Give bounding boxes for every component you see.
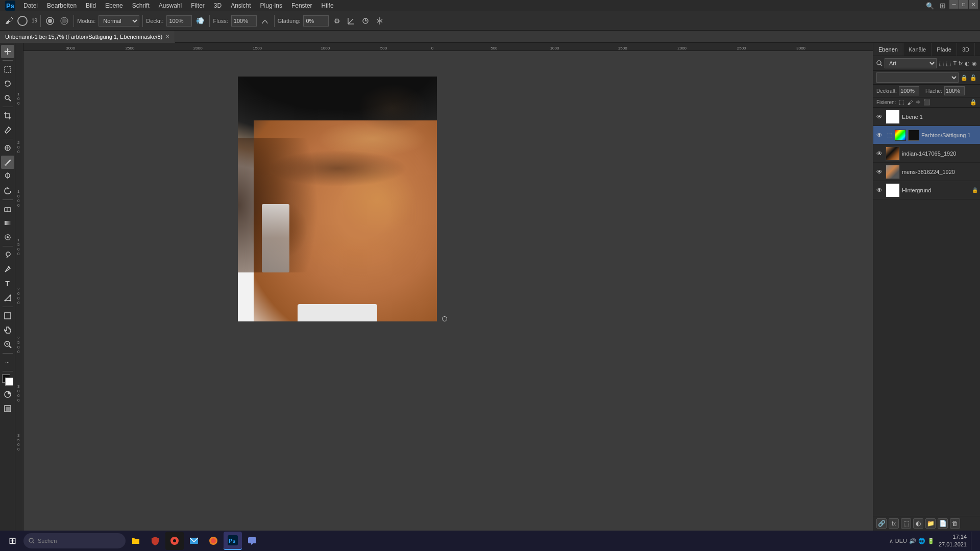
menu-auswahl[interactable]: Auswahl (155, 1, 186, 10)
taskbar-shield-app[interactable] (146, 532, 164, 550)
layers-filter-icon2[interactable]: ⬚ (946, 60, 951, 67)
menu-ansicht[interactable]: Ansicht (227, 1, 255, 10)
menu-bearbeiten[interactable]: Bearbeiten (43, 1, 81, 10)
tab-3d[interactable]: 3D (957, 43, 975, 56)
marquee-tool[interactable] (1, 63, 14, 76)
close-button[interactable]: ✕ (969, 0, 978, 9)
menu-bild[interactable]: Bild (82, 1, 100, 10)
canvas-area[interactable] (23, 51, 873, 531)
lock-icon2[interactable]: 🔓 (970, 74, 977, 81)
create-adjustment-button[interactable]: ◐ (913, 518, 923, 529)
eraser-tool[interactable] (1, 202, 14, 215)
systray-expand[interactable]: ∧ (889, 538, 893, 544)
minimize-button[interactable]: ─ (949, 0, 959, 9)
menu-datei[interactable]: Datei (19, 1, 42, 10)
maximize-button[interactable]: □ (959, 0, 968, 9)
menu-schrift[interactable]: Schrift (128, 1, 154, 10)
link-layers-button[interactable]: 🔗 (876, 518, 887, 529)
hand-tool[interactable] (1, 323, 14, 337)
layer-item-indian[interactable]: 👁 indian-1417065_1920 (873, 144, 980, 163)
menu-ebene[interactable]: Ebene (101, 1, 127, 10)
layer-visibility-ebene1[interactable]: 👁 (875, 113, 884, 121)
healing-tool[interactable] (1, 141, 14, 155)
quick-mask-button[interactable] (1, 388, 14, 401)
brush-hardness-icon[interactable] (44, 15, 56, 27)
symmetry-icon[interactable] (374, 15, 386, 27)
layer-item-ebene1[interactable]: 👁 Ebene 1 (873, 108, 980, 126)
tool-preset-icon[interactable]: 🖌 (3, 15, 15, 27)
layer-visibility-indian[interactable]: 👁 (875, 149, 884, 158)
arrange-icon[interactable]: ⊞ (937, 0, 949, 12)
menu-filter[interactable]: Filter (187, 1, 209, 10)
add-mask-button[interactable]: ⬚ (901, 518, 911, 529)
taskbar-browser-app[interactable] (204, 532, 223, 550)
taskbar-search-box[interactable]: Suchen (23, 533, 126, 548)
lock-all-icon[interactable]: 🔒 (970, 99, 977, 106)
layers-text-icon[interactable]: T (953, 60, 957, 66)
tab-kanale[interactable]: Kanäle (903, 43, 932, 56)
lasso-tool[interactable] (1, 77, 14, 90)
tab-ebenen[interactable]: Ebenen (873, 43, 903, 56)
menu-3d[interactable]: 3D (210, 1, 226, 10)
move-tool[interactable] (1, 45, 14, 58)
layer-visibility-huesat[interactable]: 👁 (875, 131, 884, 139)
dodge-tool[interactable] (1, 248, 14, 262)
lock-artboard-icon[interactable]: ⬛ (923, 99, 930, 106)
quick-select-tool[interactable] (1, 91, 14, 105)
layers-filter-icon4[interactable]: ◐ (965, 60, 970, 67)
angle-icon[interactable] (345, 15, 357, 27)
screen-mode-button[interactable] (1, 402, 14, 415)
layers-filter-toggle[interactable]: ◉ (972, 60, 977, 67)
add-style-button[interactable]: fx (889, 518, 899, 529)
systray-volume[interactable]: 🔊 (909, 538, 916, 544)
layers-filter-icon3[interactable]: fx (959, 61, 963, 66)
text-tool[interactable]: T (1, 277, 14, 290)
start-button[interactable]: ⊞ (2, 532, 22, 550)
menu-hilfe[interactable]: Hilfe (317, 1, 338, 10)
layer-visibility-hintergrund[interactable]: 👁 (875, 186, 884, 194)
brush-softness-icon[interactable] (58, 15, 70, 27)
pen-tool[interactable] (1, 263, 14, 276)
gradient-tool[interactable] (1, 216, 14, 230)
blur-tool[interactable] (1, 231, 14, 244)
create-group-button[interactable]: 📁 (925, 518, 936, 529)
glattung-input[interactable] (303, 15, 329, 27)
delete-layer-button[interactable]: 🗑 (950, 518, 960, 529)
brush-tool[interactable] (1, 156, 14, 169)
pressure-icon[interactable] (359, 15, 372, 27)
more-tools[interactable]: ··· (1, 356, 14, 369)
taskbar-mail-app[interactable] (185, 532, 203, 550)
taskbar-music-app[interactable] (165, 532, 184, 550)
taskbar-show-desktop[interactable] (971, 532, 974, 550)
layers-filter-icon1[interactable]: ⬚ (939, 60, 944, 67)
menu-fenster[interactable]: Fenster (287, 1, 316, 10)
tab-close-button[interactable]: ✕ (165, 34, 169, 39)
layer-item-huesat[interactable]: 👁 ⬚ Farbton/Sättigung 1 (873, 126, 980, 144)
flache-input[interactable] (944, 86, 965, 95)
lock-icon1[interactable]: 🔒 (961, 74, 968, 81)
path-select-tool[interactable] (1, 291, 14, 305)
color-chips[interactable] (1, 373, 14, 387)
layer-visibility-mens[interactable]: 👁 (875, 168, 884, 176)
document-tab[interactable]: Unbenannt-1 bei 15,7% (Farbton/Sättigung… (0, 31, 175, 43)
menu-plugins[interactable]: Plug-ins (256, 1, 286, 10)
crop-tool[interactable] (1, 109, 14, 122)
deckraft-input[interactable] (166, 15, 192, 27)
layer-blend-mode-select[interactable]: Normal (876, 72, 959, 83)
taskbar-photoshop-app[interactable]: Ps (224, 532, 242, 550)
eyedropper-tool[interactable] (1, 123, 14, 137)
lock-position-icon[interactable]: ✛ (916, 99, 920, 106)
modus-select[interactable]: Normal (99, 15, 139, 27)
tab-pfade[interactable]: Pfade (932, 43, 957, 56)
deckraft-airbrush-icon[interactable]: 💨 (194, 15, 206, 27)
clone-tool[interactable] (1, 170, 14, 183)
history-tool[interactable] (1, 184, 14, 197)
layer-item-hintergrund[interactable]: 👁 Hintergrund 🔒 (873, 181, 980, 199)
lock-image-icon[interactable]: 🖌 (907, 99, 913, 106)
opacity-input[interactable] (899, 86, 919, 95)
fluss-icon[interactable] (259, 15, 271, 27)
layers-filter-select[interactable]: Art (885, 58, 937, 68)
settings-icon[interactable]: ⚙ (331, 15, 343, 27)
taskbar-chat-app[interactable] (243, 532, 261, 550)
systray-network[interactable]: 🌐 (918, 538, 925, 544)
